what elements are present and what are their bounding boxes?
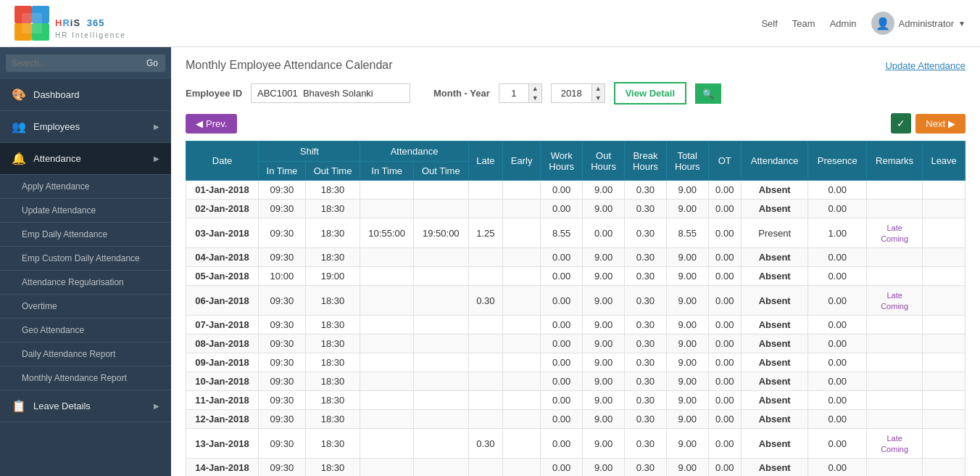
table-row: 09-Jan-2018 09:30 18:30 0.00 9.00 0.30 9… bbox=[186, 353, 966, 372]
year-up-button[interactable]: ▲ bbox=[592, 84, 605, 94]
cell-att-in bbox=[360, 267, 413, 286]
sidebar-item-leave-details[interactable]: 📋 Leave Details ▶ bbox=[0, 390, 171, 422]
cell-attendance: Absent bbox=[741, 372, 808, 391]
cell-date[interactable]: 05-Jan-2018 bbox=[186, 267, 259, 286]
nav-team[interactable]: Team bbox=[792, 18, 815, 29]
cell-late bbox=[468, 372, 502, 391]
cell-remarks bbox=[866, 353, 922, 372]
table-row: 02-Jan-2018 09:30 18:30 0.00 9.00 0.30 9… bbox=[186, 200, 966, 218]
cell-shift-in: 09:30 bbox=[259, 429, 306, 459]
cell-work: 0.00 bbox=[541, 267, 583, 286]
cell-att-in bbox=[360, 429, 413, 459]
year-input[interactable] bbox=[552, 84, 591, 102]
cell-att-in bbox=[360, 181, 413, 200]
sidebar-sub-overtime[interactable]: Overtime bbox=[0, 295, 171, 319]
sidebar-sub-geo-attendance[interactable]: Geo Attendance bbox=[0, 319, 171, 342]
cell-work: 0.00 bbox=[541, 353, 583, 372]
cell-total: 9.00 bbox=[666, 429, 708, 459]
sidebar-item-dashboard[interactable]: 🎨 Dashboard bbox=[0, 79, 171, 111]
next-button[interactable]: Next ▶ bbox=[915, 114, 966, 134]
cell-late bbox=[468, 335, 502, 353]
search-button[interactable]: Go bbox=[139, 54, 165, 72]
sidebar-sub-emp-daily[interactable]: Emp Daily Attendance bbox=[0, 223, 171, 247]
year-down-button[interactable]: ▼ bbox=[592, 94, 605, 103]
sidebar-sub-monthly-report[interactable]: Monthly Attendance Report bbox=[0, 366, 171, 390]
cell-date[interactable]: 14-Jan-2018 bbox=[186, 459, 259, 477]
cell-total: 9.00 bbox=[666, 372, 708, 391]
col-leave: Leave bbox=[923, 141, 966, 181]
cell-shift-out: 18:30 bbox=[305, 218, 360, 248]
cell-break: 0.30 bbox=[624, 459, 666, 477]
update-attendance-link[interactable]: Update Attendance bbox=[885, 60, 966, 71]
cell-date[interactable]: 12-Jan-2018 bbox=[186, 410, 259, 429]
month-up-button[interactable]: ▲ bbox=[529, 84, 541, 94]
cell-date[interactable]: 02-Jan-2018 bbox=[186, 200, 259, 218]
nav-self[interactable]: Self bbox=[761, 18, 777, 29]
sidebar-sub-apply-attendance[interactable]: Apply Attendance bbox=[0, 175, 171, 199]
logo-area: HRiS 365 HR Intelligence bbox=[14, 6, 126, 41]
excel-export-button[interactable]: ✓ bbox=[891, 113, 911, 134]
search-icon-button[interactable]: 🔍 bbox=[695, 83, 721, 104]
user-menu[interactable]: 👤 Administrator ▼ bbox=[871, 12, 966, 35]
month-input[interactable] bbox=[499, 84, 528, 102]
cell-work: 0.00 bbox=[541, 335, 583, 353]
cell-remarks bbox=[866, 200, 922, 218]
cell-remarks: LateComing bbox=[866, 429, 922, 459]
cell-att-in bbox=[360, 200, 413, 218]
cell-presence: 0.00 bbox=[808, 335, 867, 353]
cell-ot: 0.00 bbox=[708, 410, 741, 429]
col-work-hours: WorkHours bbox=[541, 141, 583, 181]
cell-date[interactable]: 06-Jan-2018 bbox=[186, 286, 259, 316]
main-content: Monthly Employee Attendance Calendar Upd… bbox=[171, 47, 980, 476]
view-detail-button[interactable]: View Detail bbox=[614, 82, 686, 104]
cell-date[interactable]: 13-Jan-2018 bbox=[186, 429, 259, 459]
cell-date[interactable]: 10-Jan-2018 bbox=[186, 372, 259, 391]
cell-out: 9.00 bbox=[583, 181, 625, 200]
page-header-row: Monthly Employee Attendance Calendar Upd… bbox=[186, 59, 966, 72]
cell-work: 8.55 bbox=[541, 218, 583, 248]
cell-early bbox=[503, 335, 541, 353]
sidebar-sub-daily-report[interactable]: Daily Attendance Report bbox=[0, 342, 171, 366]
cell-late bbox=[468, 181, 502, 200]
cell-shift-out: 18:30 bbox=[305, 372, 360, 391]
cell-date[interactable]: 07-Jan-2018 bbox=[186, 316, 259, 335]
cell-out: 9.00 bbox=[583, 316, 625, 335]
cell-remarks bbox=[866, 316, 922, 335]
cell-work: 0.00 bbox=[541, 391, 583, 410]
cell-break: 0.30 bbox=[624, 267, 666, 286]
cell-shift-in: 09:30 bbox=[259, 459, 306, 477]
header: HRiS 365 HR Intelligence Self Team Admin… bbox=[0, 0, 980, 47]
sidebar-sub-att-regularisation[interactable]: Attendance Regularisation bbox=[0, 271, 171, 295]
sidebar-item-employees[interactable]: 👥 Employees ▶ bbox=[0, 111, 171, 143]
prev-button[interactable]: ◀ Prev. bbox=[186, 114, 237, 134]
cell-att-out bbox=[413, 316, 468, 335]
sidebar-sub-update-attendance[interactable]: Update Attendance bbox=[0, 199, 171, 223]
employee-id-input[interactable] bbox=[251, 83, 410, 103]
cell-date[interactable]: 11-Jan-2018 bbox=[186, 391, 259, 410]
cell-date[interactable]: 09-Jan-2018 bbox=[186, 353, 259, 372]
cell-total: 9.00 bbox=[666, 286, 708, 316]
cell-date[interactable]: 01-Jan-2018 bbox=[186, 181, 259, 200]
cell-date[interactable]: 08-Jan-2018 bbox=[186, 335, 259, 353]
col-total-hours: TotalHours bbox=[666, 141, 708, 181]
month-down-button[interactable]: ▼ bbox=[529, 94, 541, 103]
cell-late bbox=[468, 200, 502, 218]
search-input[interactable] bbox=[6, 54, 139, 72]
cell-date[interactable]: 04-Jan-2018 bbox=[186, 248, 259, 267]
table-row: 11-Jan-2018 09:30 18:30 0.00 9.00 0.30 9… bbox=[186, 391, 966, 410]
magnify-icon: 🔍 bbox=[702, 89, 714, 99]
cell-attendance: Absent bbox=[741, 410, 808, 429]
cell-total: 9.00 bbox=[666, 410, 708, 429]
sidebar-sub-emp-custom-daily[interactable]: Emp Custom Daily Attendance bbox=[0, 247, 171, 271]
svg-rect-4 bbox=[22, 13, 42, 33]
cell-remarks bbox=[866, 459, 922, 477]
cell-early bbox=[503, 218, 541, 248]
cell-ot: 0.00 bbox=[708, 218, 741, 248]
nav-admin[interactable]: Admin bbox=[830, 18, 857, 29]
month-spinners: ▲ ▼ bbox=[528, 84, 541, 103]
right-arrow-icon: ▶ bbox=[948, 118, 955, 129]
cell-out: 9.00 bbox=[583, 391, 625, 410]
cell-shift-in: 09:30 bbox=[259, 181, 306, 200]
cell-date[interactable]: 03-Jan-2018 bbox=[186, 218, 259, 248]
sidebar-item-attendance[interactable]: 🔔 Attendance ▶ bbox=[0, 143, 171, 175]
